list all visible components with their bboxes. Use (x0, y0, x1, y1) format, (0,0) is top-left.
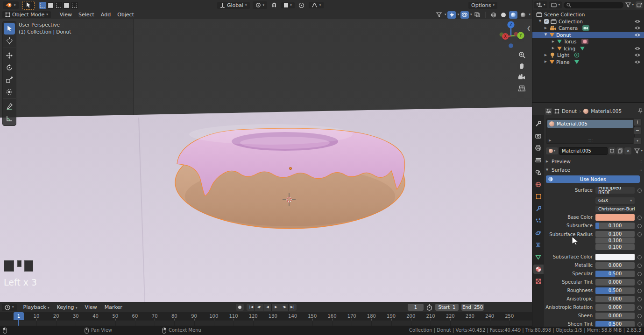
play-button[interactable]: ▶ (272, 304, 280, 311)
jump-to-start-button[interactable]: ❘◀ (247, 304, 255, 311)
subsurface-radius-fields[interactable]: 0.100 0.100 0.100 (595, 231, 635, 251)
decorator-dot[interactable] (637, 306, 642, 310)
tool-scale[interactable] (4, 74, 15, 85)
preview-panel-header[interactable]: ▶ Preview ∷ (545, 158, 643, 165)
shading-solid-button[interactable] (499, 11, 508, 19)
select-invert-icon[interactable] (63, 2, 70, 9)
object-visibility-dropdown[interactable] (435, 11, 443, 19)
base-color-swatch[interactable] (595, 214, 635, 221)
tool-cursor[interactable] (4, 35, 15, 47)
tool-measure[interactable] (4, 112, 15, 124)
decorator-dot[interactable] (637, 232, 642, 237)
copy-material-button[interactable] (616, 147, 623, 154)
outliner-row-plane[interactable]: ▶ Plane (532, 59, 644, 66)
tool-select-box[interactable] (4, 23, 15, 35)
overlays-toggle[interactable] (460, 11, 469, 19)
surface-shader-select[interactable]: Principled BSDF (595, 187, 635, 194)
specular-t int-slider[interactable]: 0.000 (595, 279, 635, 286)
outliner-row-collection[interactable]: ▼ ✓ Collection (532, 18, 644, 25)
pan-tool-button[interactable] (516, 60, 527, 71)
roughness-slider[interactable]: 0.500 (595, 287, 635, 294)
tab-scene[interactable] (533, 168, 544, 177)
zoom-tool-button[interactable] (516, 49, 527, 60)
tool-annotate[interactable] (4, 100, 15, 112)
material-slot-item[interactable]: Material.005 (547, 120, 633, 128)
next-keyframe-button[interactable]: •▶ (280, 304, 288, 311)
decorator-dot[interactable] (637, 272, 642, 276)
outliner-display-mode-dropdown[interactable]: ▾ (549, 1, 562, 8)
frame-start-field[interactable]: Start1 (435, 304, 459, 311)
menu-add[interactable]: Add (98, 11, 114, 18)
distribution-select[interactable]: GGX▾ (595, 197, 635, 204)
expander-icon[interactable]: ▼ (538, 20, 542, 23)
material-badge-icon[interactable] (581, 39, 588, 44)
use-nodes-button[interactable]: Use Nodes (546, 175, 640, 183)
new-collection-button[interactable] (636, 1, 643, 8)
blender-menu-button[interactable]: ▾ (3, 1, 19, 9)
snap-target-dropdown[interactable]: ▾ (281, 2, 295, 8)
tab-render[interactable] (533, 131, 544, 140)
tab-material[interactable] (533, 265, 544, 274)
tool-move[interactable] (4, 49, 15, 61)
specular-slider[interactable]: 0.500 (595, 271, 635, 277)
camera-data-badge-icon[interactable] (582, 25, 589, 31)
select-extend-icon[interactable] (47, 2, 54, 9)
shading-material-button[interactable] (509, 11, 517, 19)
prev-keyframe-button[interactable]: ◀• (255, 304, 263, 311)
surface-panel-header[interactable]: ▼ Surface ∷ (545, 167, 643, 174)
outliner-editor-type-dropdown[interactable]: ▾ (534, 1, 547, 8)
tab-object[interactable] (533, 192, 544, 201)
pivot-point-dropdown[interactable]: ▾ (253, 1, 268, 9)
menu-playback[interactable]: Playback ▾ (20, 303, 53, 311)
menu-select[interactable]: Select (75, 11, 98, 18)
select-intersect-icon[interactable] (71, 2, 78, 9)
tool-rotate[interactable] (4, 62, 15, 73)
expander-icon[interactable]: ▶ (544, 54, 548, 57)
menu-keying[interactable]: Keying ▾ (53, 303, 81, 311)
outliner-row-icing[interactable]: ▶ Icing (532, 45, 644, 52)
menu-object[interactable]: Object (114, 11, 137, 18)
slot-list-expander-icon[interactable]: ▶ (549, 139, 551, 142)
decorator-dot[interactable] (637, 289, 642, 293)
tab-constraints[interactable] (533, 240, 544, 250)
remove-slot-button[interactable]: − (633, 127, 642, 134)
expander-icon[interactable]: ▶ (544, 27, 548, 30)
browse-material-dropdown[interactable]: ▾ (546, 147, 558, 154)
decorator-dot[interactable] (637, 297, 642, 301)
expander-icon[interactable]: ▶ (551, 47, 555, 50)
decorator-dot[interactable] (637, 216, 642, 220)
play-reverse-button[interactable]: ◀ (263, 304, 271, 311)
viewport-3d[interactable]: User Perspective (1) Collection | Donut (0, 19, 532, 302)
decorator-dot[interactable] (637, 188, 642, 193)
light-data-badge-icon[interactable] (574, 52, 580, 58)
outliner-search-input[interactable] (564, 2, 623, 8)
snap-toggle-button[interactable] (270, 1, 278, 9)
decorator-dot[interactable] (637, 314, 642, 318)
unlink-material-button[interactable]: × (624, 147, 631, 154)
tab-view-layer[interactable] (533, 155, 544, 165)
breadcrumb-object[interactable]: Donut (562, 109, 577, 114)
menu-view[interactable]: View (57, 11, 75, 18)
xray-toggle[interactable] (473, 11, 481, 19)
anisotropic-rotation-slider[interactable]: 0.000 (595, 304, 635, 311)
perspective-toggle-button[interactable] (516, 83, 527, 94)
tab-physics[interactable] (533, 228, 544, 237)
outliner-row-scene-collection[interactable]: Scene Collection (532, 11, 644, 18)
tab-texture[interactable] (533, 277, 544, 286)
sheen-tint-slider[interactable]: 0.500 (595, 321, 635, 327)
shading-rendered-button[interactable] (519, 11, 527, 19)
expander-icon[interactable]: ▶ (544, 60, 548, 63)
expander-icon[interactable]: ▼ (544, 33, 548, 36)
decorator-dot[interactable] (637, 322, 642, 327)
decorator-dot[interactable] (637, 224, 642, 228)
gizmos-toggle[interactable] (447, 11, 456, 19)
outliner-row-donut[interactable]: ▼ Donut (532, 32, 644, 39)
camera-view-button[interactable] (516, 71, 527, 83)
options-dropdown[interactable]: Options ▾ (468, 2, 497, 9)
breadcrumb-material[interactable]: Material.005 (591, 109, 622, 114)
properties-editor-type-dropdown[interactable] (545, 108, 552, 115)
tab-object-data[interactable] (533, 252, 544, 262)
mode-dropdown[interactable]: Object Mode ▾ (2, 11, 51, 18)
gizmo-neg-z[interactable] (509, 43, 513, 48)
outliner-row-camera[interactable]: ▶ Camera (532, 25, 644, 32)
